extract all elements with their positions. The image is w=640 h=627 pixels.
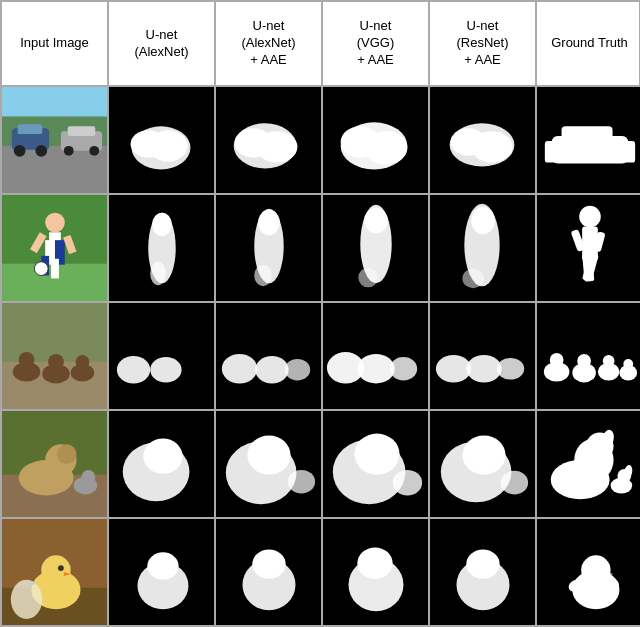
svg-point-89 (81, 470, 95, 484)
mask-turkey-unet-alexnet (108, 302, 215, 410)
mask-chick-unet-resnet-aae (429, 518, 536, 626)
svg-point-66 (222, 354, 257, 383)
mask-soccer-ground-truth (536, 194, 640, 302)
svg-point-6 (35, 145, 47, 157)
svg-point-64 (117, 356, 150, 383)
svg-point-74 (497, 358, 524, 380)
svg-point-73 (466, 355, 501, 382)
svg-point-45 (364, 208, 388, 234)
svg-point-87 (57, 444, 77, 464)
svg-point-65 (150, 357, 181, 383)
mask-dog-unet-resnet-aae (429, 410, 536, 518)
header-unet-alexnet-aae: U-net(AlexNet)+ AAE (215, 1, 322, 86)
svg-point-100 (501, 471, 528, 495)
svg-point-97 (393, 470, 422, 496)
svg-point-16 (256, 131, 297, 162)
mask-turkey-unet-vgg-aae (322, 302, 429, 410)
svg-point-63 (76, 355, 90, 369)
svg-point-39 (152, 213, 172, 237)
mask-turkey-unet-resnet-aae (429, 302, 536, 410)
svg-point-19 (364, 131, 407, 164)
svg-point-119 (252, 549, 285, 578)
mask-turkey-ground-truth (536, 302, 640, 410)
input-image-turkey (1, 302, 108, 410)
mask-soccer-unet-resnet-aae (429, 194, 536, 302)
svg-point-68 (285, 359, 311, 381)
svg-point-91 (143, 438, 182, 473)
svg-point-43 (254, 265, 272, 287)
mask-soccer-unet-alexnet (108, 194, 215, 302)
input-image-car (1, 86, 108, 194)
svg-point-59 (19, 352, 35, 368)
svg-point-70 (357, 354, 394, 383)
mask-chick-ground-truth (536, 518, 640, 626)
svg-point-94 (288, 470, 315, 494)
svg-rect-26 (616, 141, 636, 163)
mask-dog-unet-alexnet (108, 410, 215, 518)
input-image-chick (1, 518, 108, 626)
svg-point-50 (579, 206, 601, 228)
svg-point-93 (247, 436, 290, 475)
mask-car-unet-alexnet (108, 86, 215, 194)
svg-point-37 (34, 262, 48, 276)
svg-point-71 (390, 357, 417, 381)
svg-point-13 (148, 130, 187, 161)
svg-point-10 (89, 146, 99, 156)
svg-point-9 (64, 146, 74, 156)
mask-car-unet-resnet-aae (429, 86, 536, 194)
mask-soccer-unet-alexnet-aae (215, 194, 322, 302)
svg-point-78 (577, 354, 591, 368)
svg-rect-8 (68, 126, 95, 136)
svg-rect-4 (18, 124, 43, 134)
svg-rect-25 (545, 141, 565, 163)
mask-dog-ground-truth (536, 410, 640, 518)
mask-car-unet-vgg-aae (322, 86, 429, 194)
svg-point-5 (14, 145, 26, 157)
svg-point-46 (358, 268, 378, 288)
mask-dog-unet-vgg-aae (322, 410, 429, 518)
svg-rect-24 (562, 126, 613, 144)
svg-point-48 (471, 207, 495, 234)
svg-point-29 (45, 213, 65, 233)
svg-rect-33 (51, 259, 59, 279)
svg-point-82 (623, 359, 633, 369)
svg-point-72 (436, 355, 471, 382)
mask-svg (109, 87, 214, 193)
mask-chick-unet-vgg-aae (322, 518, 429, 626)
mask-car-ground-truth (536, 86, 640, 194)
svg-point-80 (603, 355, 615, 367)
svg-point-123 (466, 549, 499, 578)
svg-point-67 (255, 356, 288, 383)
header-unet-vgg-aae: U-net(VGG)+ AAE (322, 1, 429, 86)
comparison-grid: Input Image U-net(AlexNet) U-net(AlexNet… (0, 0, 640, 627)
car-photo (2, 87, 107, 193)
svg-point-40 (150, 262, 166, 286)
input-image-soccer (1, 194, 108, 302)
svg-point-112 (58, 565, 64, 571)
header-ground-truth: Ground Truth (536, 1, 640, 86)
svg-point-96 (354, 434, 399, 475)
svg-point-49 (462, 269, 484, 289)
svg-point-117 (147, 552, 178, 579)
mask-dog-unet-alexnet-aae (215, 410, 322, 518)
header-input-image: Input Image (1, 1, 108, 86)
mask-soccer-unet-vgg-aae (322, 194, 429, 302)
mask-chick-unet-alexnet (108, 518, 215, 626)
mask-turkey-unet-alexnet-aae (215, 302, 322, 410)
svg-point-42 (258, 210, 280, 236)
mask-chick-unet-alexnet-aae (215, 518, 322, 626)
svg-point-22 (471, 131, 512, 162)
svg-point-61 (48, 354, 64, 370)
header-unet-resnet-aae: U-net(ResNet)+ AAE (429, 1, 536, 86)
svg-point-99 (462, 436, 505, 475)
input-image-dog (1, 410, 108, 518)
svg-point-121 (357, 547, 392, 578)
mask-car-unet-alexnet-aae (215, 86, 322, 194)
svg-point-111 (41, 555, 70, 584)
header-unet-alexnet: U-net(AlexNet) (108, 1, 215, 86)
svg-point-76 (550, 353, 564, 367)
